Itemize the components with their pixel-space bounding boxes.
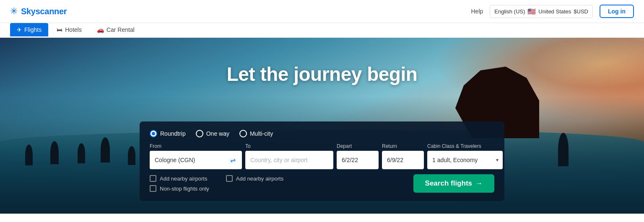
nearby-from-label: Add nearby airports (160, 176, 207, 182)
flag-icon: 🇺🇸 (527, 8, 536, 15)
depart-group: Depart (337, 143, 379, 169)
cabin-label: Cabin Class & Travelers (427, 143, 503, 149)
nav-tabs: ✈ Flights 🛏 Hotels 🚗 Car Rental (0, 23, 644, 38)
person-silhouette-4 (101, 137, 110, 163)
nearby-to-option[interactable]: Add nearby airports (226, 175, 283, 182)
hero-section: Let the journey begin Roundtrip One way … (0, 38, 644, 214)
multi-city-radio[interactable] (239, 130, 247, 137)
depart-label: Depart (337, 143, 379, 149)
from-label: From (150, 143, 242, 149)
nearby-to-checkbox[interactable] (226, 175, 233, 182)
one-way-label: One way (206, 130, 229, 137)
help-link[interactable]: Help (471, 8, 483, 15)
car-icon: 🚗 (97, 26, 104, 33)
options-row: Add nearby airports Non-stop flights onl… (150, 174, 494, 193)
to-options: Add nearby airports (226, 175, 283, 192)
nearby-from-checkbox[interactable] (150, 175, 156, 182)
from-group: From ⇌ (150, 143, 242, 169)
logo-text: Skyscanner (21, 7, 67, 16)
logo: ✳ Skyscanner (10, 6, 67, 17)
depart-input[interactable] (337, 151, 379, 169)
locale-button[interactable]: English (US) 🇺🇸 United States $USD (490, 5, 593, 18)
search-panel: Roundtrip One way Multi-city From ⇌ To (140, 121, 504, 201)
person-silhouette-3 (78, 143, 85, 163)
tab-hotels[interactable]: 🛏 Hotels (50, 23, 88, 36)
one-way-option[interactable]: One way (196, 130, 229, 137)
multi-city-option[interactable]: Multi-city (239, 130, 273, 137)
logo-icon: ✳ (10, 6, 18, 17)
locale-label: English (US) (494, 8, 525, 15)
options-left: Add nearby airports Non-stop flights onl… (150, 175, 283, 192)
tab-car-rental-label: Car Rental (106, 26, 135, 33)
return-label: Return (382, 143, 424, 149)
return-group: Return (382, 143, 424, 169)
roundtrip-option[interactable]: Roundtrip (150, 130, 186, 137)
tab-flights-label: Flights (24, 26, 42, 33)
nearby-from-option[interactable]: Add nearby airports (150, 175, 209, 182)
hero-title: Let the journey begin (227, 63, 418, 85)
hotels-icon: 🛏 (57, 26, 62, 33)
roundtrip-label: Roundtrip (160, 130, 186, 137)
cabin-select-wrapper: 1 adult, Economy 1 adult, Business 2 adu… (427, 151, 503, 169)
cabin-group: Cabin Class & Travelers 1 adult, Economy… (427, 143, 503, 169)
trip-type-row: Roundtrip One way Multi-city (150, 130, 494, 137)
person-silhouette-5 (128, 146, 135, 165)
from-options: Add nearby airports Non-stop flights onl… (150, 175, 209, 192)
person-silhouette-1 (25, 145, 33, 165)
nonstop-option[interactable]: Non-stop flights only (150, 185, 209, 192)
search-flights-label: Search flights (425, 179, 472, 188)
one-way-radio[interactable] (196, 130, 203, 137)
to-group: To (245, 143, 333, 169)
currency-label: $USD (574, 8, 588, 15)
person-silhouette-6 (558, 133, 569, 166)
cabin-select[interactable]: 1 adult, Economy 1 adult, Business 2 adu… (427, 151, 503, 169)
login-button[interactable]: Log in (600, 5, 634, 18)
tab-car-rental[interactable]: 🚗 Car Rental (90, 23, 141, 36)
tab-flights[interactable]: ✈ Flights (10, 23, 48, 36)
header-right: Help English (US) 🇺🇸 United States $USD … (471, 5, 634, 18)
tab-hotels-label: Hotels (65, 26, 82, 33)
nearby-to-label: Add nearby airports (236, 176, 283, 182)
person-silhouette-2 (50, 141, 59, 164)
flights-icon: ✈ (17, 26, 22, 33)
header: ✳ Skyscanner Help English (US) 🇺🇸 United… (0, 0, 644, 23)
fields-row: From ⇌ To Depart Return Cabin Class & Tr… (150, 143, 494, 169)
nonstop-label: Non-stop flights only (160, 186, 209, 192)
roundtrip-radio[interactable] (150, 130, 157, 137)
swap-button[interactable]: ⇌ (225, 151, 240, 169)
nonstop-checkbox[interactable] (150, 185, 156, 192)
country-label: United States (538, 8, 571, 15)
return-input[interactable] (382, 151, 424, 169)
to-label: To (245, 143, 333, 149)
search-arrow-icon: → (475, 179, 483, 188)
to-input[interactable] (245, 151, 333, 169)
from-input[interactable] (150, 151, 225, 169)
search-flights-button[interactable]: Search flights → (413, 174, 494, 193)
multi-city-label: Multi-city (250, 130, 273, 137)
